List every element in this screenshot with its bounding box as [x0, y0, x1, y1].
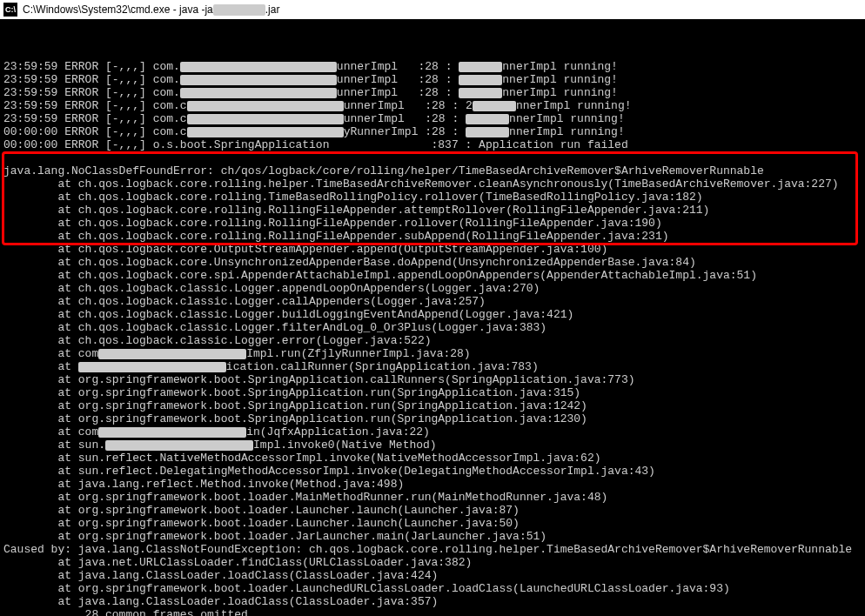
text-redaction: [187, 101, 344, 111]
title-redaction: [213, 4, 265, 16]
stack-frame: at ch.qos.logback.core.spi.AppenderAttac…: [3, 269, 862, 282]
text-redaction: [459, 88, 502, 98]
stack-frame: at ch.qos.logback.core.rolling.TimeBased…: [3, 191, 862, 204]
stack-frame: at java.lang.ClassLoader.loadClass(Class…: [3, 595, 862, 608]
stack-frame: ... 28 common frames omitted: [3, 608, 862, 616]
stack-frame-redacted: at ication.callRunner(SpringApplication.…: [3, 360, 862, 373]
stack-frame: at org.springframework.boot.SpringApplic…: [3, 373, 862, 386]
stack-frame: at org.springframework.boot.SpringApplic…: [3, 399, 862, 412]
text-redaction: [466, 114, 509, 124]
stack-frame: at org.springframework.boot.loader.Launc…: [3, 517, 862, 530]
stack-frame-redacted: at sun. Impl.invoke0(Native Method): [3, 439, 862, 452]
stack-frame: at ch.qos.logback.core.rolling.RollingFi…: [3, 217, 862, 230]
stack-frame: at ch.qos.logback.core.rolling.helper.Ti…: [3, 177, 862, 191]
blank-line: [3, 151, 862, 164]
terminal-output[interactable]: 23:59:59 ERROR [-,,,] com. unnerImpl :28…: [0, 19, 865, 616]
exception-header: java.lang.NoClassDefFoundError: ch/qos/l…: [3, 164, 862, 177]
text-redaction: [459, 62, 502, 72]
text-redaction: [98, 427, 246, 438]
log-line: 00:00:00 ERROR [-,,,] o.s.boot.SpringApp…: [3, 138, 862, 151]
text-redaction: [78, 362, 226, 372]
log-line: 23:59:59 ERROR [-,,,] com. unnerImpl :28…: [3, 86, 862, 99]
stack-frame: at org.springframework.boot.loader.Launc…: [3, 582, 862, 595]
text-redaction: [187, 114, 344, 124]
window-title-suffix: .jar: [265, 3, 280, 16]
stack-frame: at org.springframework.boot.loader.Launc…: [3, 504, 862, 517]
log-line: 23:59:59 ERROR [-,,,] com. unnerImpl :28…: [3, 73, 862, 86]
text-redaction: [466, 127, 509, 137]
log-line: 23:59:59 ERROR [-,,,] com.c unnerImpl :2…: [3, 112, 862, 125]
stack-frame-redacted: at com in(JqfxApplication.java:22): [3, 425, 862, 439]
stack-frame: at ch.qos.logback.classic.Logger.filterA…: [3, 321, 862, 334]
stack-frame: at java.net.URLClassLoader.findClass(URL…: [3, 556, 862, 569]
cmd-icon: C:\: [3, 3, 17, 17]
text-redaction: [98, 349, 246, 359]
stack-frame: at java.lang.ClassLoader.loadClass(Class…: [3, 569, 862, 582]
stack-frame: at sun.reflect.NativeMethodAccessorImpl.…: [3, 452, 862, 465]
window-title-prefix: C:\Windows\System32\cmd.exe - java -ja: [23, 3, 213, 16]
stack-frame-redacted: at com Impl.run(ZfjlyRunnerImpl.java:28): [3, 347, 862, 360]
text-redaction: [459, 75, 502, 85]
stack-frame: at ch.qos.logback.classic.Logger.callApp…: [3, 295, 862, 308]
stack-frame: at ch.qos.logback.classic.Logger.buildLo…: [3, 308, 862, 321]
stack-frame: at ch.qos.logback.core.rolling.RollingFi…: [3, 204, 862, 217]
stack-frame: at org.springframework.boot.loader.JarLa…: [3, 530, 862, 543]
stack-frame: at java.lang.reflect.Method.invoke(Metho…: [3, 478, 862, 491]
stack-frame: at org.springframework.boot.SpringApplic…: [3, 412, 862, 425]
stack-frame: at ch.qos.logback.classic.Logger.error(L…: [3, 334, 862, 347]
text-redaction: [180, 75, 337, 85]
window-titlebar: C:\ C:\Windows\System32\cmd.exe - java -…: [0, 0, 865, 19]
caused-by-header: Caused by: java.lang.ClassNotFoundExcept…: [3, 543, 862, 556]
stack-frame: at ch.qos.logback.core.OutputStreamAppen…: [3, 243, 862, 256]
text-redaction: [187, 127, 344, 137]
text-redaction: [180, 88, 337, 98]
log-line: 23:59:59 ERROR [-,,,] com. unnerImpl :28…: [3, 60, 862, 73]
stack-frame: at sun.reflect.DelegatingMethodAccessorI…: [3, 465, 862, 478]
text-redaction: [180, 62, 337, 72]
log-line: 23:59:59 ERROR [-,,,] com.c unnerImpl :2…: [3, 99, 862, 112]
stack-frame: at ch.qos.logback.core.UnsynchronizedApp…: [3, 256, 862, 269]
stack-frame: at ch.qos.logback.classic.Logger.appendL…: [3, 282, 862, 295]
stack-frame: at org.springframework.boot.loader.MainM…: [3, 491, 862, 504]
stack-frame: at ch.qos.logback.core.rolling.RollingFi…: [3, 230, 862, 243]
text-redaction: [105, 440, 253, 451]
log-line: 00:00:00 ERROR [-,,,] com.c yRunnerImpl …: [3, 125, 862, 138]
text-redaction: [473, 101, 516, 111]
stack-frame: at org.springframework.boot.SpringApplic…: [3, 386, 862, 399]
